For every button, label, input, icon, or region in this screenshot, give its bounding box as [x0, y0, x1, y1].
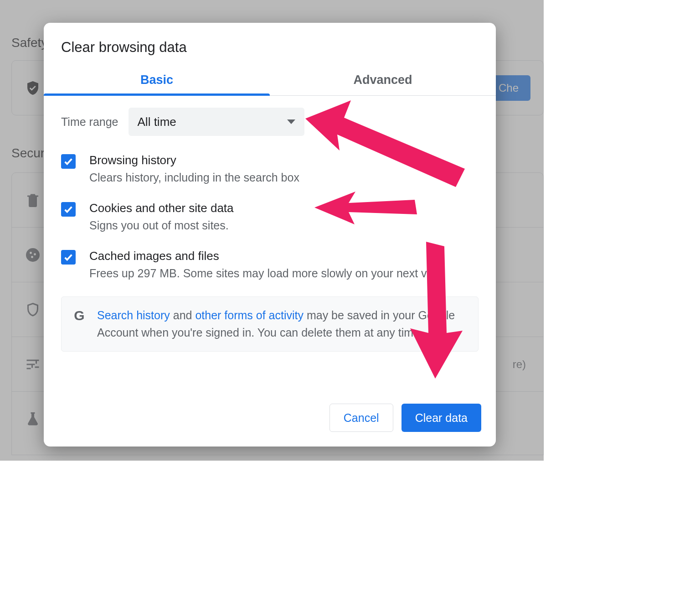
- google-logo-icon: G: [72, 309, 86, 322]
- option-cookies: Cookies and other site data Signs you ou…: [61, 201, 479, 234]
- dialog-content: Time range All time Browsing history Cle…: [44, 96, 496, 404]
- info-text: Search history and other forms of activi…: [97, 307, 467, 341]
- clear-browsing-data-dialog: Clear browsing data Basic Advanced Time …: [44, 23, 496, 447]
- clear-data-button[interactable]: Clear data: [401, 404, 481, 432]
- option-title: Cached images and files: [89, 249, 479, 263]
- checkbox-browsing-history[interactable]: [61, 154, 76, 169]
- other-activity-link[interactable]: other forms of activity: [195, 309, 304, 322]
- check-icon: [63, 252, 73, 262]
- option-desc: Signs you out of most sites.: [89, 218, 479, 234]
- chevron-down-icon: [287, 119, 295, 124]
- option-title: Browsing history: [89, 153, 479, 167]
- time-range-select[interactable]: All time: [129, 108, 304, 136]
- tab-advanced[interactable]: Advanced: [270, 67, 496, 95]
- checkbox-cookies[interactable]: [61, 202, 76, 217]
- checkbox-cached[interactable]: [61, 250, 76, 265]
- option-cached: Cached images and files Frees up 297 MB.…: [61, 249, 479, 281]
- dialog-tabs: Basic Advanced: [44, 67, 496, 96]
- option-desc: Clears history, including in the search …: [89, 170, 479, 186]
- time-range-value: All time: [138, 115, 287, 129]
- cancel-button[interactable]: Cancel: [329, 404, 393, 432]
- option-title: Cookies and other site data: [89, 201, 479, 215]
- search-history-link[interactable]: Search history: [97, 309, 170, 322]
- dialog-footer: Cancel Clear data: [44, 404, 496, 447]
- dialog-title: Clear browsing data: [44, 23, 496, 67]
- time-range-row: Time range All time: [61, 108, 479, 136]
- google-account-info: G Search history and other forms of acti…: [61, 296, 479, 352]
- tab-basic[interactable]: Basic: [44, 67, 270, 95]
- option-browsing-history: Browsing history Clears history, includi…: [61, 153, 479, 186]
- option-desc: Frees up 297 MB. Some sites may load mor…: [89, 266, 479, 281]
- time-range-label: Time range: [61, 115, 118, 129]
- check-icon: [63, 156, 73, 166]
- check-icon: [63, 204, 73, 214]
